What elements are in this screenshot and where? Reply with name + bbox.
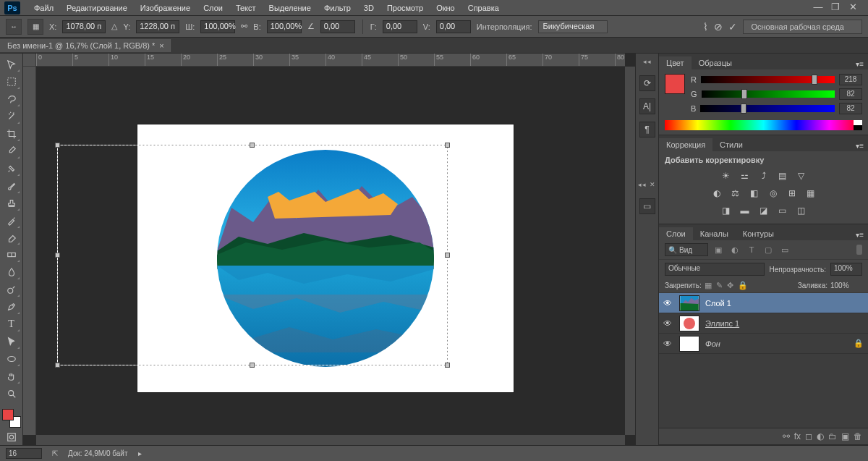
menu-help[interactable]: Справка bbox=[461, 2, 506, 14]
lasso-tool[interactable] bbox=[3, 91, 20, 107]
posterize-icon[interactable]: ▬ bbox=[738, 205, 752, 216]
menu-file[interactable]: Файл bbox=[27, 2, 60, 14]
crop-tool[interactable] bbox=[3, 126, 20, 142]
canvas-viewport[interactable] bbox=[36, 67, 625, 435]
tab-swatches[interactable]: Образцы bbox=[692, 56, 739, 69]
history-panel-icon[interactable]: ⟳ bbox=[639, 75, 655, 91]
tab-styles[interactable]: Стили bbox=[712, 138, 750, 151]
angle-input[interactable]: 0,00 bbox=[320, 20, 355, 33]
wand-tool[interactable] bbox=[3, 109, 20, 124]
minimize-button[interactable]: — bbox=[813, 3, 823, 13]
doc-info[interactable]: Док: 24,9M/0 байт bbox=[68, 449, 128, 457]
layers-panel-menu-icon[interactable]: ▾≡ bbox=[851, 229, 868, 240]
layer-name[interactable]: Эллипс 1 bbox=[705, 319, 739, 328]
link-layers-icon[interactable]: ⚯ bbox=[783, 431, 790, 441]
new-layer-icon[interactable]: ▣ bbox=[841, 431, 849, 441]
link-wh-icon[interactable]: ⚯ bbox=[241, 22, 247, 31]
vibrance-icon[interactable]: ▽ bbox=[794, 170, 809, 182]
new-group-icon[interactable]: 🗀 bbox=[828, 431, 837, 441]
interpolation-dropdown[interactable]: Бикубическая bbox=[538, 20, 608, 33]
photo-filter-icon[interactable]: ◎ bbox=[766, 187, 780, 199]
stamp-tool[interactable] bbox=[3, 195, 20, 211]
gradient-tool[interactable] bbox=[3, 247, 20, 263]
commit-transform-icon[interactable]: ✓ bbox=[728, 21, 737, 33]
width-input[interactable]: 100,00% bbox=[200, 20, 235, 33]
workspace-selector[interactable]: Основная рабочая среда bbox=[743, 20, 862, 34]
color-panel-menu-icon[interactable]: ▾≡ bbox=[851, 59, 868, 69]
lut-icon[interactable]: ▦ bbox=[804, 187, 818, 199]
ruler-vertical[interactable] bbox=[23, 67, 36, 435]
transform-bounding-box[interactable] bbox=[57, 145, 448, 365]
gradient-map-icon[interactable]: ▭ bbox=[775, 205, 790, 216]
menu-window[interactable]: Окно bbox=[430, 2, 461, 14]
add-mask-icon[interactable]: ◻ bbox=[805, 431, 812, 441]
tab-channels[interactable]: Каналы bbox=[693, 227, 736, 240]
opacity-input[interactable]: 100% bbox=[830, 263, 862, 276]
transform-handle-bm[interactable] bbox=[250, 363, 255, 368]
curves-icon[interactable]: ⤴ bbox=[757, 170, 771, 182]
transform-handle-mr[interactable] bbox=[445, 253, 450, 258]
properties-panel-icon[interactable]: ▭ bbox=[639, 198, 655, 214]
paragraph-panel-icon[interactable]: ¶ bbox=[639, 122, 655, 138]
menu-layers[interactable]: Слои bbox=[197, 2, 229, 14]
b-value[interactable]: 82 bbox=[839, 103, 862, 114]
menu-text[interactable]: Текст bbox=[229, 2, 263, 14]
invert-icon[interactable]: ◨ bbox=[719, 205, 733, 216]
mixer-icon[interactable]: ⊞ bbox=[785, 187, 799, 199]
ruler-origin[interactable] bbox=[23, 54, 36, 67]
layer-filter-dropdown[interactable]: 🔍ρ ВидВид bbox=[665, 243, 708, 256]
x-input[interactable]: 1078,00 п bbox=[62, 20, 106, 33]
history-brush-tool[interactable] bbox=[3, 213, 20, 229]
foreground-color-swatch[interactable] bbox=[2, 409, 14, 420]
layer-locked-icon[interactable]: 🔒 bbox=[854, 339, 864, 348]
layer-row[interactable]: 👁 Эллипс 1 bbox=[659, 313, 868, 334]
transform-tool-icon[interactable]: ↔ bbox=[6, 19, 22, 35]
delete-layer-icon[interactable]: 🗑 bbox=[854, 431, 862, 441]
layer-thumbnail[interactable] bbox=[679, 316, 699, 331]
tab-adjustments[interactable]: Коррекция bbox=[659, 138, 712, 151]
lock-transparency-icon[interactable]: ▦ bbox=[705, 281, 712, 290]
cancel-transform-icon[interactable]: ⊘ bbox=[714, 21, 723, 33]
lock-all-icon[interactable]: 🔒 bbox=[738, 281, 748, 290]
threshold-icon[interactable]: ◪ bbox=[757, 205, 771, 216]
character-panel-icon[interactable]: A| bbox=[639, 98, 655, 114]
levels-icon[interactable]: ⚍ bbox=[738, 170, 752, 182]
color-preview-swatch[interactable] bbox=[665, 74, 685, 94]
quickmask-toggle[interactable] bbox=[3, 429, 20, 445]
tab-color[interactable]: Цвет bbox=[659, 56, 692, 69]
exposure-icon[interactable]: ▤ bbox=[775, 170, 790, 182]
transform-handle-ml[interactable] bbox=[55, 253, 60, 258]
layer-row[interactable]: 👁 Фон 🔒 bbox=[659, 334, 868, 354]
fill-input[interactable]: 100% bbox=[830, 282, 862, 289]
close-tab-icon[interactable]: × bbox=[159, 41, 163, 50]
r-slider[interactable] bbox=[701, 76, 835, 83]
eraser-tool[interactable] bbox=[3, 230, 20, 246]
y-input[interactable]: 1228,00 п bbox=[136, 20, 179, 33]
transform-handle-br[interactable] bbox=[445, 363, 450, 368]
filter-smart-icon[interactable]: ▭ bbox=[778, 244, 791, 255]
brush-tool[interactable] bbox=[3, 178, 20, 194]
layer-thumbnail[interactable] bbox=[679, 295, 699, 311]
lock-position-icon[interactable]: ✥ bbox=[727, 281, 733, 290]
height-input[interactable]: 100,00% bbox=[267, 20, 302, 33]
eyedropper-tool[interactable] bbox=[3, 143, 20, 159]
swap-xy-icon[interactable]: △ bbox=[111, 22, 117, 31]
document-tab[interactable]: Без имени-1 @ 16,7% (Слой 1, RGB/8) * × bbox=[0, 39, 172, 52]
filter-toggle[interactable] bbox=[856, 245, 862, 255]
layer-fx-icon[interactable]: fx bbox=[794, 431, 801, 441]
layer-row[interactable]: 👁 Слой 1 bbox=[659, 293, 868, 313]
hskew-input[interactable]: 0,00 bbox=[383, 20, 417, 33]
g-slider[interactable] bbox=[702, 90, 835, 98]
bw-icon[interactable]: ◧ bbox=[747, 187, 762, 199]
menu-view[interactable]: Просмотр bbox=[380, 2, 430, 14]
selective-icon[interactable]: ◫ bbox=[794, 205, 809, 216]
color-spectrum[interactable] bbox=[665, 120, 862, 130]
tab-layers[interactable]: Слои bbox=[659, 227, 693, 240]
close-button[interactable]: ✕ bbox=[848, 3, 858, 13]
visibility-toggle-icon[interactable]: 👁 bbox=[663, 298, 673, 308]
blur-tool[interactable] bbox=[3, 264, 20, 280]
visibility-toggle-icon[interactable]: 👁 bbox=[663, 339, 673, 349]
zoom-input[interactable]: 16 bbox=[6, 448, 42, 459]
warp-icon[interactable]: ⌇ bbox=[703, 21, 708, 33]
layer-thumbnail[interactable] bbox=[679, 336, 699, 352]
